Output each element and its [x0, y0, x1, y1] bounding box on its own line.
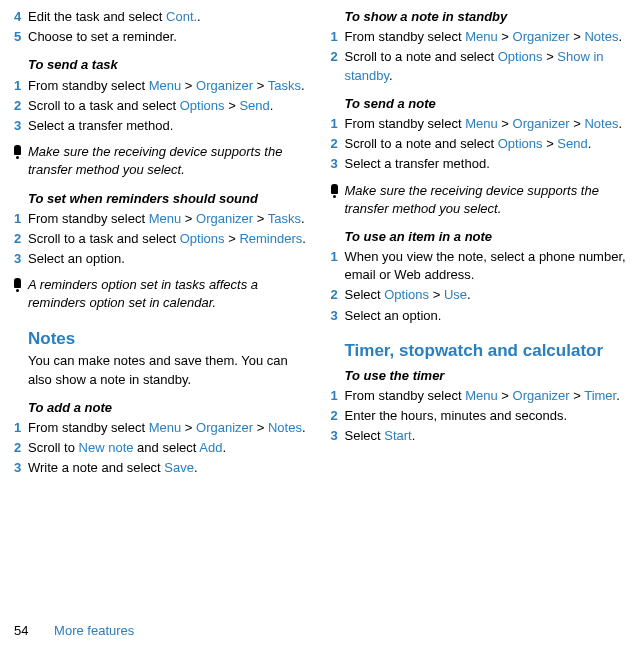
- subheading-set-reminders: To set when reminders should sound: [14, 190, 311, 208]
- menu-path-link: Save: [164, 460, 194, 475]
- menu-path-link: New note: [79, 440, 134, 455]
- step-number: 3: [331, 427, 345, 445]
- menu-path-link: Menu: [149, 420, 182, 435]
- menu-path-link: Start: [384, 428, 411, 443]
- menu-path-link: Timer: [584, 388, 616, 403]
- right-column: To show a note in standby 1From standby …: [331, 8, 628, 480]
- step-item: 3Select an option.: [14, 250, 311, 268]
- menu-path-link: Notes: [584, 29, 618, 44]
- subheading-show-note: To show a note in standby: [331, 8, 628, 26]
- menu-path-link: Tasks: [268, 78, 301, 93]
- step-number: 1: [14, 77, 28, 95]
- menu-path-link: Tasks: [268, 211, 301, 226]
- step-item: 5Choose to set a reminder.: [14, 28, 311, 46]
- menu-path-link: Menu: [465, 388, 498, 403]
- steps-add-note: 1From standby select Menu > Organizer > …: [14, 419, 311, 478]
- step-item: 2Scroll to a note and select Options > S…: [331, 135, 628, 153]
- page-footer: 54 More features: [14, 622, 134, 640]
- step-item: 1When you view the note, select a phone …: [331, 248, 628, 284]
- menu-path-link: Notes: [268, 420, 302, 435]
- step-text: Scroll to a note and select Options > Sh…: [345, 48, 628, 84]
- step-number: 1: [14, 419, 28, 437]
- steps-show-note: 1From standby select Menu > Organizer > …: [331, 28, 628, 85]
- step-number: 2: [14, 97, 28, 115]
- menu-path-link: Menu: [149, 78, 182, 93]
- heading-timer: Timer, stopwatch and calculator: [331, 339, 628, 363]
- left-column: 4Edit the task and select Cont..5Choose …: [14, 8, 311, 480]
- step-item: 3Select Start.: [331, 427, 628, 445]
- step-text: Scroll to a task and select Options > Re…: [28, 230, 311, 248]
- menu-path-link: Show in standby: [345, 49, 604, 82]
- step-item: 1From standby select Menu > Organizer > …: [331, 387, 628, 405]
- note-transfer-method-2: Make sure the receiving device supports …: [331, 182, 628, 218]
- step-number: 2: [331, 407, 345, 425]
- step-number: 2: [331, 286, 345, 304]
- menu-path-link: Notes: [584, 116, 618, 131]
- menu-path-link: Send: [239, 98, 269, 113]
- step-item: 1From standby select Menu > Organizer > …: [14, 419, 311, 437]
- step-item: 2Scroll to a task and select Options > S…: [14, 97, 311, 115]
- note-reminders-affects: A reminders option set in tasks affects …: [14, 276, 311, 312]
- step-text: From standby select Menu > Organizer > N…: [345, 28, 628, 46]
- step-text: When you view the note, select a phone n…: [345, 248, 628, 284]
- menu-path-link: Send: [557, 136, 587, 151]
- page-number: 54: [14, 623, 28, 638]
- step-item: 2Scroll to a task and select Options > R…: [14, 230, 311, 248]
- step-number: 2: [14, 439, 28, 457]
- step-text: Select a transfer method.: [28, 117, 311, 135]
- step-item: 2Select Options > Use.: [331, 286, 628, 304]
- step-number: 1: [331, 248, 345, 284]
- step-text: Scroll to New note and select Add.: [28, 439, 311, 457]
- step-item: 3Select an option.: [331, 307, 628, 325]
- menu-path-link: Options: [180, 231, 225, 246]
- step-text: Select a transfer method.: [345, 155, 628, 173]
- steps-send-task: 1From standby select Menu > Organizer > …: [14, 77, 311, 136]
- step-text: Scroll to a task and select Options > Se…: [28, 97, 311, 115]
- step-number: 3: [14, 117, 28, 135]
- step-item: 2Scroll to New note and select Add.: [14, 439, 311, 457]
- note-transfer-method: Make sure the receiving device supports …: [14, 143, 311, 179]
- menu-path-link: Add: [199, 440, 222, 455]
- menu-path-link: Options: [384, 287, 429, 302]
- steps-send-note: 1From standby select Menu > Organizer > …: [331, 115, 628, 174]
- step-item: 2Scroll to a note and select Options > S…: [331, 48, 628, 84]
- menu-path-link: Use: [444, 287, 467, 302]
- step-number: 1: [331, 115, 345, 133]
- hint-icon: [331, 182, 345, 198]
- step-text: Select an option.: [28, 250, 311, 268]
- hint-icon: [14, 276, 28, 292]
- step-number: 2: [331, 48, 345, 84]
- step-number: 3: [331, 155, 345, 173]
- menu-path-link: Reminders: [239, 231, 302, 246]
- step-item: 3Write a note and select Save.: [14, 459, 311, 477]
- menu-path-link: Options: [498, 136, 543, 151]
- subheading-send-note: To send a note: [331, 95, 628, 113]
- step-item: 3Select a transfer method.: [14, 117, 311, 135]
- menu-path-link: Cont.: [166, 9, 197, 24]
- menu-path-link: Organizer: [196, 420, 253, 435]
- menu-path-link: Organizer: [196, 78, 253, 93]
- subheading-send-task: To send a task: [14, 56, 311, 74]
- step-text: From standby select Menu > Organizer > N…: [28, 419, 311, 437]
- step-text: Select Start.: [345, 427, 628, 445]
- step-number: 2: [331, 135, 345, 153]
- step-text: Select an option.: [345, 307, 628, 325]
- menu-path-link: Organizer: [196, 211, 253, 226]
- step-text: From standby select Menu > Organizer > T…: [345, 387, 628, 405]
- step-text: From standby select Menu > Organizer > T…: [28, 77, 311, 95]
- notes-body: You can make notes and save them. You ca…: [14, 352, 311, 388]
- step-text: Edit the task and select Cont..: [28, 8, 311, 26]
- step-number: 1: [14, 210, 28, 228]
- step-number: 5: [14, 28, 28, 46]
- menu-path-link: Organizer: [513, 116, 570, 131]
- step-item: 4Edit the task and select Cont..: [14, 8, 311, 26]
- step-text: From standby select Menu > Organizer > N…: [345, 115, 628, 133]
- step-number: 1: [331, 387, 345, 405]
- menu-path-link: Options: [498, 49, 543, 64]
- step-item: 1From standby select Menu > Organizer > …: [14, 210, 311, 228]
- steps-reminders: 1From standby select Menu > Organizer > …: [14, 210, 311, 269]
- menu-path-link: Menu: [465, 116, 498, 131]
- subheading-add-note: To add a note: [14, 399, 311, 417]
- step-text: Enter the hours, minutes and seconds.: [345, 407, 628, 425]
- step-item: 1From standby select Menu > Organizer > …: [14, 77, 311, 95]
